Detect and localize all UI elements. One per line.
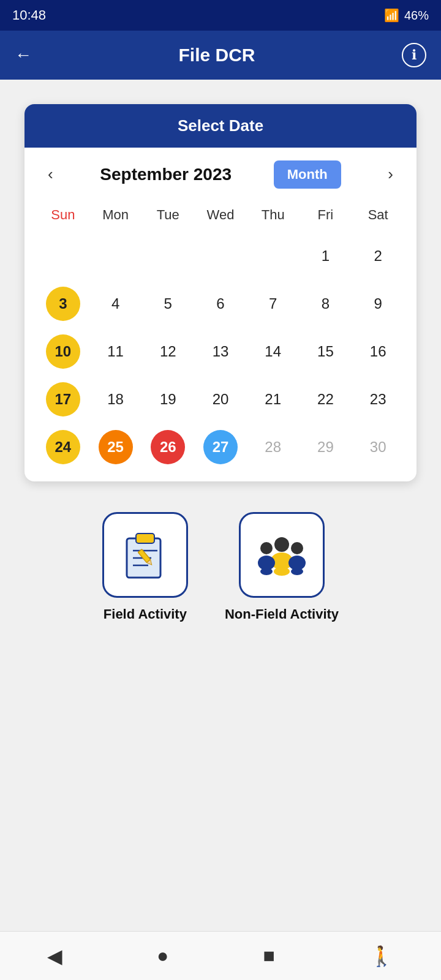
month-year-label: September 2023: [100, 165, 232, 184]
day-cell[interactable]: 23: [352, 377, 404, 421]
prev-month-button[interactable]: ‹: [43, 160, 58, 189]
nav-back-button[interactable]: ◀: [47, 944, 62, 968]
day-cell[interactable]: 4: [89, 282, 142, 326]
day-cell[interactable]: 14: [247, 330, 300, 374]
day-cell[interactable]: 27: [194, 425, 247, 469]
day-header-mon: Mon: [89, 201, 142, 229]
status-icons: 📶 46%: [384, 8, 429, 23]
day-cell[interactable]: 16: [352, 330, 404, 374]
info-icon: ℹ: [412, 47, 417, 63]
day-cell[interactable]: 13: [194, 330, 247, 374]
day-cell[interactable]: 17: [37, 377, 89, 421]
day-cell[interactable]: 18: [89, 377, 142, 421]
nav-recent-button[interactable]: ■: [263, 944, 275, 967]
day-cell: [37, 234, 89, 278]
next-month-button[interactable]: ›: [383, 160, 398, 189]
svg-point-7: [274, 537, 289, 552]
day-header-wed: Wed: [194, 201, 247, 229]
day-cell[interactable]: 8: [300, 282, 352, 326]
day-header-sun: Sun: [37, 201, 89, 229]
status-bar: 10:48 📶 46%: [0, 0, 441, 31]
non-field-activity-button[interactable]: Non-Field Activity: [225, 512, 339, 622]
battery-icon: 46%: [404, 9, 429, 23]
day-cell[interactable]: 26: [141, 425, 194, 469]
day-header-fri: Fri: [300, 201, 352, 229]
day-cell[interactable]: 10: [37, 330, 89, 374]
app-bar: ← File DCR ℹ: [0, 31, 441, 80]
svg-point-13: [260, 568, 273, 575]
field-activity-label: Field Activity: [104, 606, 187, 622]
nav-home-button[interactable]: ●: [157, 944, 168, 967]
day-cell[interactable]: 19: [141, 377, 194, 421]
day-cell: [89, 234, 142, 278]
calendar-card: Select Date ‹ September 2023 Month › Sun…: [24, 104, 417, 481]
day-cell[interactable]: 7: [247, 282, 300, 326]
day-cell: 30: [352, 425, 404, 469]
day-cell: 29: [300, 425, 352, 469]
calendar-navigation: ‹ September 2023 Month ›: [24, 148, 417, 201]
calendar-grid: Sun Mon Tue Wed Thu Fri Sat 123456789101…: [24, 201, 417, 481]
app-bar-title: File DCR: [178, 45, 255, 66]
day-cell[interactable]: 1: [300, 234, 352, 278]
day-cell[interactable]: 15: [300, 330, 352, 374]
nav-accessibility-button[interactable]: 🚶: [369, 944, 394, 968]
day-cell[interactable]: 24: [37, 425, 89, 469]
day-cell[interactable]: 12: [141, 330, 194, 374]
day-cell[interactable]: 6: [194, 282, 247, 326]
svg-point-14: [291, 568, 303, 575]
day-cell[interactable]: 20: [194, 377, 247, 421]
day-cell[interactable]: 5: [141, 282, 194, 326]
select-date-title: Select Date: [178, 116, 263, 135]
day-cell[interactable]: 2: [352, 234, 404, 278]
day-header-tue: Tue: [141, 201, 194, 229]
non-field-activity-icon-box: [239, 512, 325, 598]
bottom-nav: ◀ ● ■ 🚶: [0, 931, 441, 980]
day-cell[interactable]: 25: [89, 425, 142, 469]
svg-point-11: [291, 542, 303, 554]
field-activity-button[interactable]: Field Activity: [102, 512, 188, 622]
day-cell[interactable]: 9: [352, 282, 404, 326]
day-cell: [247, 234, 300, 278]
day-cell: [194, 234, 247, 278]
days-grid: 1234567891011121314151617181920212223242…: [37, 234, 404, 469]
day-cell[interactable]: 22: [300, 377, 352, 421]
network-icon: 📶: [384, 8, 399, 23]
field-activity-icon-box: [102, 512, 188, 598]
day-header-thu: Thu: [247, 201, 300, 229]
calendar-header-bar: Select Date: [24, 104, 417, 148]
day-cell[interactable]: 3: [37, 282, 89, 326]
day-cell: [141, 234, 194, 278]
status-time: 10:48: [12, 7, 46, 23]
day-cell[interactable]: 21: [247, 377, 300, 421]
svg-rect-1: [136, 533, 154, 543]
meeting-icon: [254, 527, 309, 582]
clipboard-icon: [118, 527, 173, 582]
non-field-activity-label: Non-Field Activity: [225, 606, 339, 622]
back-button[interactable]: ←: [15, 45, 32, 65]
day-cell: 28: [247, 425, 300, 469]
svg-point-15: [274, 567, 290, 576]
svg-point-9: [260, 542, 273, 554]
day-headers: Sun Mon Tue Wed Thu Fri Sat: [37, 201, 404, 229]
month-view-button[interactable]: Month: [274, 160, 341, 189]
day-header-sat: Sat: [352, 201, 404, 229]
info-button[interactable]: ℹ: [402, 43, 426, 67]
day-cell[interactable]: 11: [89, 330, 142, 374]
activity-section: Field Activity Non-Field Activity: [0, 512, 441, 622]
